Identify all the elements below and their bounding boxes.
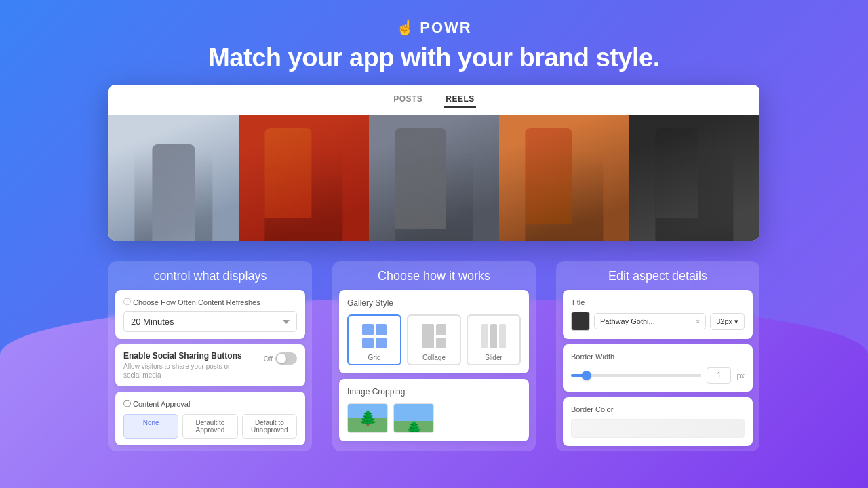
preview-image-4: [499, 115, 629, 241]
preview-image-5: [629, 115, 760, 241]
left-panel: control what displays ⓘ Choose How Often…: [108, 261, 312, 451]
sharing-toggle-row: Enable Social Sharing Buttons Allow visi…: [123, 351, 297, 380]
image-cropping-card: Image Cropping 🌲 🌲: [339, 379, 529, 441]
toggle-pill[interactable]: [275, 352, 297, 365]
header: ☝ POWR Match your app with your brand st…: [208, 0, 660, 85]
border-width-controls: 1 px: [571, 367, 745, 384]
font-close-icon[interactable]: ×: [696, 318, 700, 325]
refresh-info-icon: ⓘ: [123, 297, 131, 307]
approval-none[interactable]: None: [123, 414, 178, 439]
preview-tabs: POSTS REELS: [108, 85, 760, 115]
crop-option-2[interactable]: 🌲: [393, 403, 434, 433]
gallery-options: Grid Collage: [347, 314, 521, 365]
middle-panel-title: Choose how it works: [332, 261, 536, 290]
preview-image-2: [239, 115, 369, 241]
gallery-grid[interactable]: Grid: [347, 314, 401, 365]
tab-posts[interactable]: POSTS: [392, 92, 424, 108]
right-panel-title: Edit aspect details: [556, 261, 760, 290]
border-width-slider[interactable]: [571, 374, 701, 377]
slider-label: Slider: [471, 354, 517, 361]
slider-icon: [471, 321, 517, 351]
approval-card: ⓘ Content Approval None Default to Appro…: [115, 392, 305, 445]
preview-images: [108, 115, 760, 241]
approval-label: ⓘ Content Approval: [123, 399, 297, 409]
gallery-collage[interactable]: Collage: [407, 314, 461, 365]
approval-unapproved[interactable]: Default to Unapproved: [242, 414, 297, 439]
preview-window: POSTS REELS: [108, 85, 760, 241]
left-panel-title: control what displays: [108, 261, 312, 290]
preview-image-3: [369, 115, 499, 241]
crop-option-1[interactable]: 🌲: [347, 403, 388, 433]
tree-cropped-icon: 🌲: [405, 422, 423, 432]
middle-panel: Choose how it works Gallery Style: [332, 261, 536, 451]
border-width-label: Border Width: [571, 352, 745, 361]
font-color-swatch[interactable]: [571, 312, 590, 331]
font-controls: Pathway Gothi... × 32px ▾: [571, 312, 745, 331]
cropping-options: 🌲 🌲: [347, 403, 521, 433]
grid-label: Grid: [351, 354, 397, 361]
logo-text: POWR: [420, 19, 471, 37]
grid-icon: [351, 321, 397, 351]
gallery-style-card: Gallery Style Grid: [339, 290, 529, 373]
title-card: Title Pathway Gothi... × 32px ▾: [563, 290, 753, 339]
headline: Match your app with your brand style.: [208, 43, 660, 73]
logo-row: ☝ POWR: [396, 19, 471, 37]
tree-full-icon: 🌲: [359, 411, 377, 426]
border-width-unit: px: [736, 371, 745, 380]
approval-approved[interactable]: Default to Approved: [182, 414, 237, 439]
powr-logo-icon: ☝: [396, 19, 414, 37]
font-name: Pathway Gothi...: [600, 317, 655, 325]
crop-tree-full: 🌲: [348, 404, 387, 432]
tab-reels[interactable]: REELS: [444, 92, 476, 108]
border-width-card: Border Width 1 px: [563, 344, 753, 392]
border-color-label: Border Color: [571, 405, 745, 413]
border-color-card: Border Color: [563, 397, 753, 446]
gallery-style-label: Gallery Style: [347, 298, 521, 308]
refresh-label: ⓘ Choose How Often Content Refreshes: [123, 297, 297, 307]
refresh-card: ⓘ Choose How Often Content Refreshes 20 …: [115, 290, 305, 339]
toggle-off-label: Off: [264, 355, 273, 363]
approval-buttons: None Default to Approved Default to Unap…: [123, 414, 297, 439]
sharing-card: Enable Social Sharing Buttons Allow visi…: [115, 344, 305, 386]
title-card-label: Title: [571, 298, 745, 306]
page-wrapper: ☝ POWR Match your app with your brand st…: [0, 0, 868, 451]
sharing-label: Enable Social Sharing Buttons: [123, 351, 242, 361]
border-color-swatch[interactable]: [571, 419, 745, 438]
right-panel: Edit aspect details Title Pathway Gothi.…: [556, 261, 760, 451]
collage-icon: [411, 321, 457, 351]
refresh-select[interactable]: 20 Minutes 1 Minute 5 Minutes 10 Minutes…: [123, 311, 297, 332]
approval-info-icon: ⓘ: [123, 399, 131, 409]
border-width-input[interactable]: 1: [707, 367, 731, 384]
size-selector[interactable]: 32px ▾: [710, 313, 745, 330]
collage-label: Collage: [411, 354, 457, 361]
image-cropping-label: Image Cropping: [347, 387, 521, 396]
gallery-slider[interactable]: Slider: [467, 314, 521, 365]
preview-image-1: [108, 115, 239, 241]
panels-row: control what displays ⓘ Choose How Often…: [108, 261, 760, 451]
crop-tree-cropped: 🌲: [394, 404, 433, 432]
border-width-thumb[interactable]: [582, 371, 591, 380]
font-selector[interactable]: Pathway Gothi... ×: [594, 313, 706, 329]
font-size-value: 32px: [716, 317, 732, 325]
sharing-toggle[interactable]: Off: [264, 352, 297, 365]
sharing-sub: Allow visitors to share your posts on so…: [123, 362, 232, 380]
size-chevron-icon: ▾: [734, 317, 738, 326]
sharing-text: Enable Social Sharing Buttons Allow visi…: [123, 351, 242, 380]
